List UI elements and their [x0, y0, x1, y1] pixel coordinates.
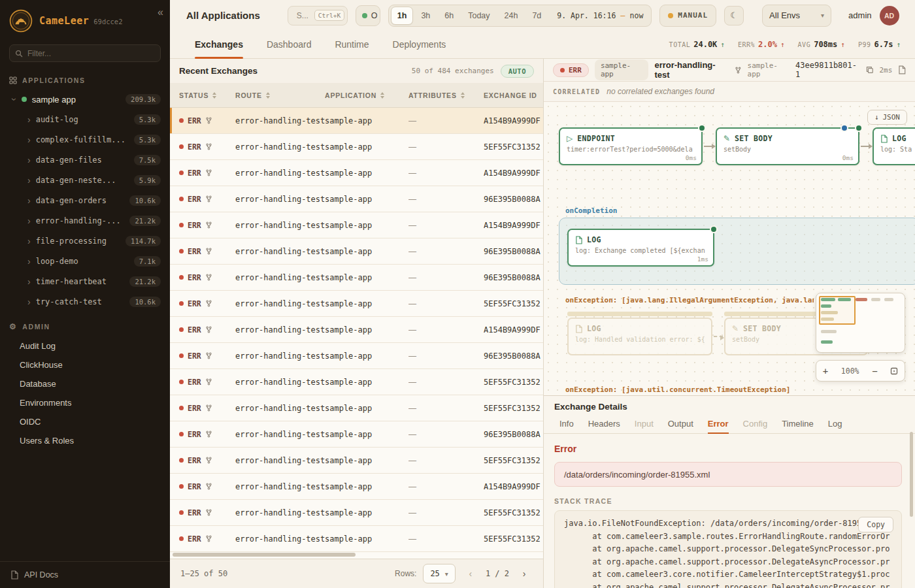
- exchange-row[interactable]: ERR error-handling-test sample-app — A15…: [170, 317, 543, 343]
- exchange-row[interactable]: ERR error-handling-test sample-app — 5EF…: [170, 500, 543, 526]
- time-range-button[interactable]: Today: [461, 7, 496, 25]
- vertical-scrollbar[interactable]: [910, 432, 913, 517]
- search-input[interactable]: [297, 11, 311, 20]
- details-tab[interactable]: Input: [635, 414, 654, 433]
- auto-refresh-badge[interactable]: AUTO: [501, 65, 534, 78]
- details-tab[interactable]: Headers: [588, 414, 620, 433]
- time-range-button[interactable]: 7d: [525, 7, 548, 25]
- sidebar-admin-item[interactable]: Environments: [0, 393, 170, 412]
- route-cell: error-handling-test: [235, 508, 325, 517]
- exchange-row[interactable]: ERR error-handling-test sample-app — 5EF…: [170, 526, 543, 552]
- main-tab[interactable]: Runtime: [335, 31, 369, 58]
- copy-button[interactable]: Copy: [858, 517, 893, 532]
- sidebar-route-item[interactable]: › data-gen-orders 10.6k: [0, 190, 170, 210]
- sidebar-admin-item[interactable]: Audit Log: [0, 336, 170, 355]
- exchange-row[interactable]: ERR error-handling-test sample-app — 96E…: [170, 238, 543, 265]
- column-header-exchange-id[interactable]: EXCHANGE ID: [484, 91, 543, 99]
- fit-view-icon[interactable]: [890, 367, 898, 375]
- exchange-row[interactable]: ERR error-handling-test sample-app — 96E…: [170, 186, 543, 212]
- next-page-button[interactable]: ›: [516, 565, 533, 582]
- dark-mode-toggle[interactable]: ☾: [724, 6, 744, 25]
- exchange-row[interactable]: ERR error-handling-test sample-app — 96E…: [170, 343, 543, 369]
- route-icon[interactable]: [735, 67, 742, 74]
- main-tab[interactable]: Deployments: [393, 31, 446, 58]
- manual-refresh-button[interactable]: MANUAL: [659, 5, 716, 27]
- details-tab[interactable]: Output: [668, 414, 693, 433]
- sidebar-route-item[interactable]: › audit-log 5.3k: [0, 109, 170, 129]
- diagram-minimap[interactable]: [816, 293, 905, 353]
- main-tab[interactable]: Dashboard: [267, 31, 312, 58]
- time-from[interactable]: 9. Apr. 16:16: [557, 11, 616, 20]
- time-range-button[interactable]: 1h: [391, 7, 414, 25]
- environment-select[interactable]: All Envs ▾: [762, 5, 831, 27]
- sidebar-collapse-button[interactable]: «: [158, 7, 163, 18]
- diagram-node-set-body[interactable]: ✎ SET BODY setBody 0ms: [716, 127, 859, 165]
- sidebar-route-item[interactable]: › complex-fulfillm... 5.3k: [0, 129, 170, 150]
- api-docs-link[interactable]: API Docs: [0, 561, 170, 588]
- sidebar-admin-item[interactable]: OIDC: [0, 412, 170, 431]
- sidebar-route-item[interactable]: › data-gen-files 7.5k: [0, 150, 170, 170]
- exchange-row[interactable]: ERR error-handling-test sample-app — A15…: [170, 474, 543, 500]
- prev-page-button[interactable]: ‹: [462, 565, 479, 582]
- global-search[interactable]: Ctrl+K: [288, 6, 348, 25]
- exchange-row[interactable]: ERR error-handling-test sample-app — A15…: [170, 108, 543, 134]
- exchange-row[interactable]: ERR error-handling-test sample-app — 5EF…: [170, 369, 543, 395]
- zoom-in-button[interactable]: +: [823, 366, 828, 376]
- rows-per-page-select[interactable]: 25 ▾: [423, 564, 455, 583]
- exchange-row[interactable]: ERR error-handling-test sample-app — A15…: [170, 212, 543, 238]
- sidebar-route-item[interactable]: › loop-demo 7.1k: [0, 251, 170, 271]
- scrollbar-thumb[interactable]: [173, 553, 356, 557]
- diagram-node-endpoint[interactable]: ▷ ENDPOINT timer:errorTest?period=5000&d…: [559, 127, 703, 165]
- details-tab[interactable]: Error: [708, 414, 729, 433]
- column-header-status[interactable]: STATUS: [170, 91, 235, 99]
- details-tab[interactable]: Log: [828, 414, 842, 433]
- diagram-node-log[interactable]: LOG log: Sta: [873, 127, 915, 165]
- error-status-dot: [179, 144, 184, 149]
- filter-input[interactable]: [9, 44, 161, 62]
- sidebar-filter[interactable]: [9, 44, 161, 62]
- live-indicator[interactable]: O: [356, 5, 380, 26]
- exchange-row[interactable]: ERR error-handling-test sample-app — A15…: [170, 160, 543, 186]
- column-header-application[interactable]: APPLICATION: [325, 91, 408, 99]
- application-cell: sample-app: [325, 325, 408, 335]
- sidebar-route-item[interactable]: › timer-heartbeat 21.2k: [0, 271, 170, 291]
- copy-icon[interactable]: [866, 66, 874, 74]
- sidebar-admin-item[interactable]: ClickHouse: [0, 355, 170, 374]
- log-file-icon[interactable]: [898, 65, 906, 74]
- route-diagram-canvas[interactable]: ↓ JSON ▷ ENDPOINT timer:errorTest?period…: [544, 102, 915, 395]
- exchange-row[interactable]: ERR error-handling-test sample-app — 96E…: [170, 265, 543, 291]
- sidebar-route-item[interactable]: › try-catch-test 10.6k: [0, 291, 170, 312]
- time-range-button[interactable]: 24h: [498, 7, 525, 25]
- exchange-row[interactable]: ERR error-handling-test sample-app — 5EF…: [170, 291, 543, 317]
- sidebar-route-item[interactable]: › data-gen-neste... 5.9k: [0, 170, 170, 190]
- diagram-node-completion-log[interactable]: LOG log: Exchange completed [${exchan 1m…: [567, 229, 714, 267]
- error-status-dot: [179, 432, 184, 436]
- user-avatar[interactable]: AD: [880, 6, 899, 25]
- details-tab[interactable]: Timeline: [782, 414, 814, 433]
- sidebar-admin-item[interactable]: Users & Roles: [0, 431, 170, 450]
- chevron-right-icon: ›: [27, 257, 31, 266]
- time-range-button[interactable]: 3h: [414, 7, 437, 25]
- exchange-row[interactable]: ERR error-handling-test sample-app — 5EF…: [170, 448, 543, 474]
- zoom-out-button[interactable]: −: [872, 366, 877, 376]
- sidebar-route-item[interactable]: › error-handling-... 21.2k: [0, 210, 170, 231]
- exchange-row[interactable]: ERR error-handling-test sample-app — 5EF…: [170, 134, 543, 160]
- sidebar-app-item[interactable]: › sample app 209.3k: [0, 90, 170, 109]
- sidebar-route-item[interactable]: › file-processing 114.7k: [0, 231, 170, 251]
- main-tab[interactable]: Exchanges: [195, 31, 243, 58]
- chevron-right-icon: ›: [27, 297, 31, 306]
- column-header-attributes[interactable]: ATTRIBUTES: [408, 91, 484, 99]
- time-to[interactable]: now: [630, 11, 644, 20]
- exchange-row[interactable]: ERR error-handling-test sample-app — 96E…: [170, 421, 543, 448]
- status-cell: ERR: [170, 508, 235, 517]
- column-header-route[interactable]: ROUTE: [235, 91, 325, 99]
- details-tab[interactable]: Info: [559, 414, 574, 433]
- download-json-button[interactable]: ↓ JSON: [867, 110, 907, 125]
- details-tab[interactable]: Config: [743, 414, 768, 433]
- error-status-dot: [179, 406, 184, 410]
- time-range-button[interactable]: 6h: [438, 7, 460, 25]
- horizontal-scrollbar[interactable]: [170, 552, 543, 558]
- sidebar-admin-item[interactable]: Database: [0, 374, 170, 393]
- exchange-row[interactable]: ERR error-handling-test sample-app — 5EF…: [170, 395, 543, 421]
- diagram-node-exception-log[interactable]: LOG log: Handled validation error: ${exc…: [567, 318, 712, 355]
